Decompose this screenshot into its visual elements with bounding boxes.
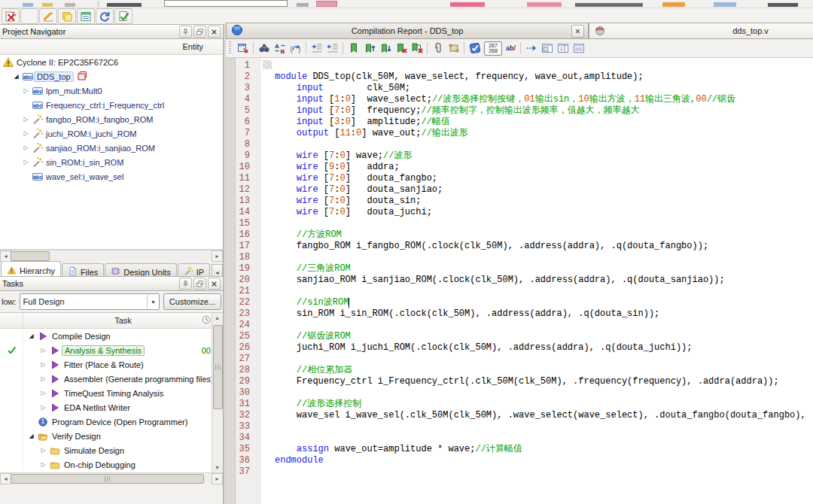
find-project-button[interactable] [20, 8, 38, 24]
task-table-header[interactable]: Task [0, 313, 223, 329]
collapse-arrow-icon[interactable]: ◢ [26, 433, 36, 439]
expand-arrow-icon[interactable]: ▷ [21, 144, 31, 151]
code-line[interactable]: 34 [226, 433, 813, 444]
task-row[interactable]: ▷EDA Netlist Writer [0, 400, 223, 414]
tab-compilation-report[interactable]: Compilation Report - DDS_top [226, 23, 589, 39]
code-line[interactable]: 29 Frequency_ctrl i_Frequency_ctrl(.clk_… [226, 376, 813, 387]
expand-arrow-icon[interactable]: ▷ [38, 447, 48, 454]
bookmark-next-button[interactable] [361, 41, 377, 56]
collapse-arrow-icon[interactable]: ◢ [26, 332, 36, 339]
scroll-down-icon[interactable]: ▼ [212, 463, 222, 472]
code-line[interactable]: 16 //方波ROM [226, 229, 813, 241]
code-line[interactable]: 21 [226, 286, 813, 297]
drag-handle-icon[interactable] [229, 41, 231, 55]
assignment-delete-button[interactable] [2, 8, 20, 24]
close-icon[interactable] [208, 278, 221, 290]
task-row[interactable]: ▷Fitter (Place & Route) [0, 357, 223, 372]
collapse-arrow-icon[interactable]: ◢ [11, 73, 21, 80]
code-line[interactable]: 33 [226, 421, 813, 433]
code-line[interactable]: 17 fangbo_ROM i_fangbo_ROM(.clock(clk_50… [226, 241, 813, 252]
navigator-hscrollbar[interactable]: ◄ ► [0, 250, 223, 261]
notes-button[interactable] [58, 8, 76, 24]
close-icon[interactable] [208, 26, 221, 38]
code-line[interactable]: 23 sin_ROM i_sin_ROM(.clock(clk_50M), .a… [226, 308, 813, 320]
assignment-editor-button[interactable] [39, 8, 57, 24]
tree-item-device[interactable]: Cyclone II: EP2C35F672C6 [0, 55, 223, 69]
expand-arrow-icon[interactable]: ▷ [21, 130, 31, 137]
page3-button[interactable] [571, 41, 586, 56]
tree-item[interactable]: ◢abcDDS_top [0, 69, 223, 83]
task-row[interactable]: ▷TimeQuest Timing Analysis [0, 386, 223, 400]
code-line[interactable]: 30 [226, 387, 813, 399]
code-line[interactable]: 2module DDS_top(clk_50M, wave_select, fr… [226, 71, 813, 83]
spell-check-button[interactable] [467, 41, 483, 56]
code-line[interactable]: 35 assign wave_out=amplitude * wave;//计算… [226, 444, 813, 455]
open-in-main-button[interactable] [235, 41, 251, 56]
tab-dds-top-v[interactable]: abc dds_top.v [589, 23, 813, 39]
scroll-left-icon[interactable]: ◄ [0, 250, 11, 262]
chevron-down-icon[interactable]: ▼ [147, 295, 159, 308]
tree-item[interactable]: ▷sin_ROM:i_sin_ROM [0, 155, 223, 169]
code-line[interactable]: 37 [226, 466, 813, 478]
code-line[interactable]: 31 //波形选择控制 [226, 399, 813, 410]
code-line[interactable]: 32 wave_sel i_wave_sel(.clk_50M(clk_50M)… [226, 410, 813, 421]
code-line[interactable]: 8 [226, 139, 813, 150]
tree-item[interactable]: abcwave_sel:i_wave_sel [0, 169, 223, 184]
word-toggle-icon[interactable]: ab/ [506, 44, 516, 52]
code-line[interactable]: 13 wire [7:0] douta_sin; [226, 196, 813, 207]
expand-arrow-icon[interactable]: ▷ [21, 159, 31, 165]
bookmark-button[interactable] [346, 41, 361, 56]
expand-arrow-icon[interactable]: ▷ [21, 116, 31, 123]
code-line[interactable]: 25 //锯齿波ROM [226, 331, 813, 342]
scroll-right-icon[interactable]: ► [212, 250, 223, 262]
macro-button[interactable] [446, 41, 461, 56]
task-row[interactable]: ▷Analysis & Synthesis00 [0, 343, 223, 357]
task-row[interactable]: ◢Verify Design [0, 429, 223, 443]
tree-item[interactable]: ▷juchi_ROM:i_juchi_ROM [0, 126, 223, 141]
tasks-vscrollbar[interactable]: ▲ ▼ [212, 313, 223, 472]
pin-icon[interactable] [179, 278, 192, 290]
expand-arrow-icon[interactable]: ▷ [38, 347, 48, 354]
code-line[interactable]: 14 wire [7:0] douta_juchi; [226, 207, 813, 218]
indent-button[interactable] [309, 41, 324, 56]
goto-button[interactable]: () [288, 41, 303, 56]
customize-button[interactable]: Customize... [163, 293, 221, 310]
bookmark-delall-button[interactable] [409, 41, 425, 56]
task-row[interactable]: ▷On-chip Debugging [0, 457, 223, 472]
page1-button[interactable] [539, 41, 555, 56]
code-line[interactable]: 10 wire [9:0] addra; [226, 162, 813, 173]
expand-arrow-icon[interactable]: ▷ [38, 404, 48, 411]
scroll-thumb[interactable] [11, 251, 50, 261]
expand-arrow-icon[interactable]: ▷ [38, 375, 48, 382]
expand-arrow-icon[interactable]: ▷ [38, 390, 48, 396]
find-button[interactable] [256, 41, 272, 56]
scroll-thumb[interactable] [213, 325, 223, 409]
code-line[interactable]: 12 wire [7:0] douta_sanjiao; [226, 184, 813, 196]
check-design-button[interactable] [114, 8, 132, 24]
replace-button[interactable]: AB [272, 41, 288, 56]
task-row[interactable]: ▷Assembler (Generate programming files) [0, 372, 223, 386]
code-line[interactable]: 18 [226, 252, 813, 263]
code-line[interactable]: 19 //三角波ROM [226, 263, 813, 275]
code-line[interactable]: 20 sanjiao_ROM i_sanjiao_ROM(.clock(clk_… [226, 275, 813, 286]
expand-arrow-icon[interactable]: ▷ [38, 461, 48, 468]
attach-button[interactable] [430, 41, 446, 56]
pin-icon[interactable] [179, 26, 192, 38]
bookmark-del-button[interactable] [393, 41, 409, 56]
code-line[interactable]: 11 wire [7:0] douta_fangbo; [226, 173, 813, 184]
code-line[interactable]: 36endmodule [226, 455, 813, 466]
expand-arrow-icon[interactable]: ▷ [38, 361, 48, 368]
expand-arrow-icon[interactable]: ▷ [21, 87, 31, 94]
code-line[interactable]: 3 input clk_50M; [226, 83, 813, 94]
code-line[interactable]: 9 wire [7:0] wave;//波形 [226, 150, 813, 162]
scroll-right-icon[interactable]: ► [212, 473, 223, 484]
code-line[interactable]: 7 output [11:0] wave_out;//输出波形 [226, 128, 813, 139]
refresh-button[interactable] [96, 8, 114, 24]
tree-item[interactable]: ▷sanjiao_ROM:i_sanjiao_ROM [0, 141, 223, 155]
code-line[interactable]: 1 [226, 60, 813, 71]
scroll-left-icon[interactable]: ◄ [0, 473, 11, 484]
code-line[interactable]: 15 [226, 218, 813, 229]
flow-select[interactable]: Full Design ▼ [20, 293, 160, 310]
clipped-combobox[interactable] [164, 0, 288, 7]
code-line[interactable]: 27 [226, 354, 813, 365]
